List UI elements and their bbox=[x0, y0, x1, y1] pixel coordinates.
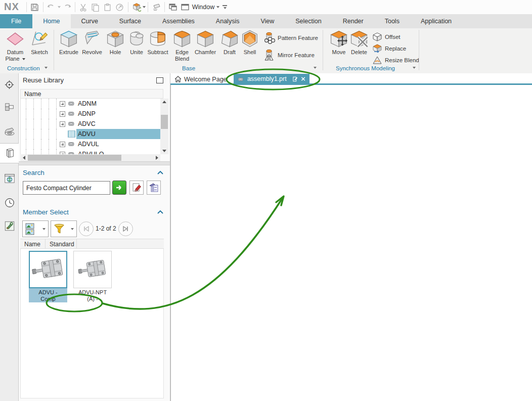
column-name[interactable]: Name bbox=[20, 239, 46, 248]
nx-application-window: NX bbox=[0, 0, 532, 401]
collapse-search-icon[interactable] bbox=[157, 170, 163, 174]
tree-item-advulq[interactable]: ADVULQ bbox=[21, 149, 160, 154]
column-standard[interactable]: Standard bbox=[46, 239, 77, 248]
scroll-right-icon[interactable] bbox=[153, 154, 160, 161]
collapse-member-select-icon[interactable] bbox=[157, 210, 163, 214]
delete-face-button[interactable]: Delete bbox=[347, 29, 371, 56]
roller-gear-icon[interactable] bbox=[0, 74, 19, 95]
tab-home[interactable]: Home bbox=[32, 14, 70, 28]
panel-splitter[interactable] bbox=[19, 161, 170, 165]
unite-icon bbox=[127, 29, 146, 49]
resize-blend-button[interactable]: Resize Blend bbox=[372, 55, 419, 66]
tab-assembly1[interactable]: assembly1.prt bbox=[234, 74, 309, 84]
expand-icon[interactable] bbox=[60, 111, 65, 117]
datum-plane-button[interactable]: DatumPlane bbox=[3, 29, 27, 62]
tree-vertical-scrollbar[interactable] bbox=[160, 99, 168, 154]
undo-icon[interactable] bbox=[46, 1, 58, 13]
copy-icon[interactable] bbox=[90, 1, 102, 13]
filter-dropdown[interactable] bbox=[51, 220, 77, 237]
tree-item-adnm[interactable]: ADNM bbox=[21, 99, 160, 109]
tab-surface[interactable]: Surface bbox=[109, 14, 152, 28]
tab-curve[interactable]: Curve bbox=[71, 14, 109, 28]
member-item-advu[interactable]: ADVU -Comp bbox=[29, 251, 67, 302]
tree-horizontal-scrollbar[interactable] bbox=[20, 154, 160, 161]
hatched-part-icon bbox=[68, 130, 75, 138]
graphics-canvas[interactable] bbox=[170, 85, 532, 401]
base-launcher-icon[interactable] bbox=[314, 67, 317, 69]
tree-item-advu-selected[interactable]: ADVU bbox=[21, 129, 160, 139]
next-page-button[interactable] bbox=[118, 221, 133, 236]
clear-search-button[interactable] bbox=[129, 181, 144, 195]
web-browser-icon[interactable] bbox=[0, 168, 19, 189]
synchronous-modeling-launcher-icon[interactable] bbox=[413, 67, 416, 69]
edge-blend-button[interactable]: EdgeBlend bbox=[170, 29, 194, 62]
previous-page-button[interactable] bbox=[79, 221, 94, 236]
hole-button[interactable]: Hole bbox=[103, 29, 127, 56]
pattern-feature-button[interactable]: Pattern Feature bbox=[263, 32, 318, 43]
tree-item-advc[interactable]: ADVC bbox=[21, 119, 160, 129]
reuse-library-icon[interactable] bbox=[0, 143, 19, 163]
shell-button[interactable]: Shell bbox=[238, 29, 262, 56]
window-menu[interactable]: Window bbox=[192, 4, 214, 11]
history-icon[interactable] bbox=[0, 193, 19, 213]
view-mode-dropdown[interactable] bbox=[22, 220, 49, 237]
scroll-left-icon[interactable] bbox=[20, 154, 27, 161]
touch-mode-icon[interactable] bbox=[150, 1, 162, 13]
tab-view[interactable]: View bbox=[250, 14, 285, 28]
tab-application[interactable]: Application bbox=[410, 14, 462, 28]
tree-column-header[interactable]: Name bbox=[20, 89, 163, 99]
assembly-navigator-icon[interactable] bbox=[0, 98, 19, 118]
part-operations-icon[interactable] bbox=[130, 1, 143, 13]
subtract-button[interactable]: Subtract bbox=[146, 29, 170, 56]
tab-file[interactable]: File bbox=[0, 14, 32, 28]
cut-icon[interactable] bbox=[77, 1, 90, 13]
sketch-button[interactable]: Sketch bbox=[27, 29, 52, 56]
expand-icon[interactable] bbox=[60, 142, 65, 147]
paste-icon[interactable] bbox=[102, 1, 114, 13]
tree-item-adnp[interactable]: ADNP bbox=[21, 109, 160, 119]
subtract-icon bbox=[148, 29, 167, 49]
search-section-header[interactable]: Search bbox=[23, 169, 45, 176]
expand-icon[interactable] bbox=[60, 101, 65, 107]
offset-region-button[interactable]: Offset bbox=[372, 31, 400, 42]
part-navigator-icon[interactable] bbox=[0, 121, 19, 141]
part-operations-dropdown-icon[interactable] bbox=[143, 6, 146, 8]
scroll-down-icon[interactable] bbox=[160, 148, 168, 154]
mirror-feature-button[interactable]: Mirror Feature bbox=[263, 50, 315, 61]
scrollbar-thumb[interactable] bbox=[161, 115, 168, 129]
revolve-button[interactable]: Revolve bbox=[80, 29, 104, 56]
cascade-windows-icon[interactable] bbox=[167, 1, 179, 13]
search-input[interactable] bbox=[23, 181, 110, 195]
ribbon-options-icon[interactable] bbox=[223, 5, 227, 9]
extrude-button[interactable]: Extrude bbox=[57, 29, 81, 56]
part-icon bbox=[68, 120, 75, 127]
expand-icon[interactable] bbox=[60, 121, 65, 127]
float-panel-icon[interactable] bbox=[156, 77, 163, 83]
tab-analysis[interactable]: Analysis bbox=[205, 14, 250, 28]
system-tools-icon[interactable] bbox=[0, 216, 19, 236]
chamfer-button[interactable]: Chamfer bbox=[193, 29, 217, 56]
member-select-section-header[interactable]: Member Select bbox=[23, 208, 69, 216]
save-icon[interactable] bbox=[29, 1, 41, 13]
member-item-advu-npt[interactable]: ADVU-NPT(A) - bbox=[73, 251, 112, 302]
close-icon[interactable] bbox=[301, 76, 305, 81]
new-window-icon[interactable] bbox=[179, 1, 191, 13]
tab-tools[interactable]: Tools bbox=[374, 14, 410, 28]
unite-button[interactable]: Unite bbox=[124, 29, 149, 56]
tree-item-advul[interactable]: ADVUL bbox=[21, 139, 160, 149]
tab-render[interactable]: Render bbox=[332, 14, 374, 28]
scrollbar-thumb[interactable] bbox=[28, 155, 121, 161]
tab-selection[interactable]: Selection bbox=[285, 14, 332, 28]
scroll-up-icon[interactable] bbox=[160, 99, 168, 105]
tab-assemblies[interactable]: Assemblies bbox=[152, 14, 205, 28]
tab-welcome-page[interactable]: Welcome Page bbox=[174, 74, 227, 84]
eraser-icon bbox=[131, 183, 142, 193]
paste-link-icon[interactable] bbox=[114, 1, 126, 13]
advanced-search-button[interactable] bbox=[147, 181, 161, 195]
replace-face-button[interactable]: Replace bbox=[372, 43, 406, 54]
window-dropdown-icon[interactable] bbox=[216, 6, 219, 8]
search-go-button[interactable] bbox=[112, 181, 126, 195]
construction-launcher-icon[interactable] bbox=[45, 67, 48, 69]
compact-cylinder-image bbox=[78, 256, 107, 283]
redo-icon[interactable] bbox=[61, 1, 73, 13]
